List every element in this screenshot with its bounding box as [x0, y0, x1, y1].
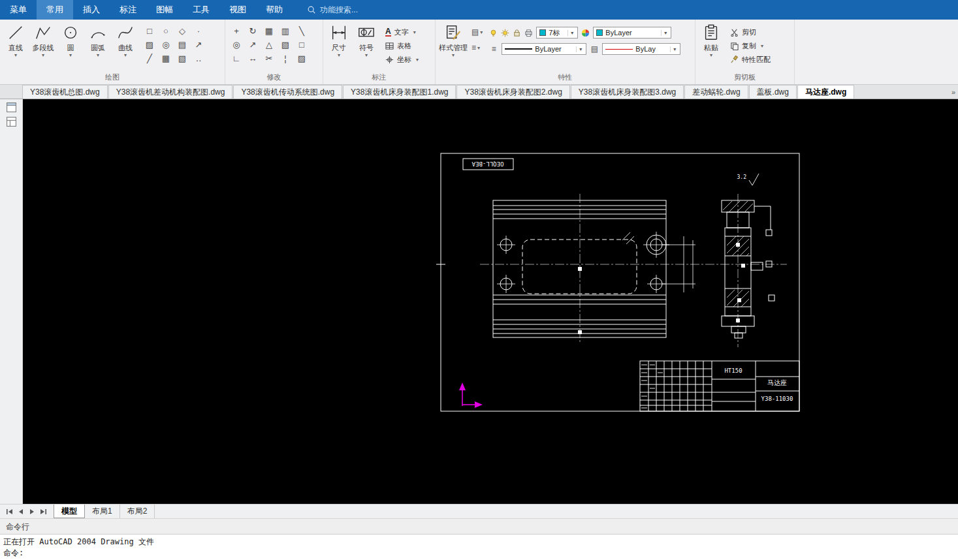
- copy-button[interactable]: 复制 ▾: [730, 41, 771, 51]
- list-view-button[interactable]: ≡ ▾: [471, 43, 483, 52]
- leader-icon[interactable]: ↗: [192, 38, 205, 51]
- spline-tool-button[interactable]: 曲线 ▾: [112, 21, 139, 57]
- erase-icon[interactable]: ╲: [295, 24, 308, 37]
- construction-line-icon[interactable]: ╱: [143, 52, 156, 65]
- lineweight-preview: [605, 49, 633, 50]
- array-icon[interactable]: ▦: [263, 24, 276, 37]
- menu-tab-home[interactable]: 常用: [37, 0, 73, 20]
- gradient-icon[interactable]: ▧: [176, 52, 189, 65]
- fillet-icon[interactable]: ∟: [230, 52, 243, 65]
- hatch-edit-icon[interactable]: ▧: [279, 38, 292, 51]
- dimension-tool-button[interactable]: 尺寸 ▾: [325, 21, 353, 57]
- break-icon[interactable]: ¦: [279, 52, 292, 65]
- match-properties-button[interactable]: 特性匹配: [730, 55, 771, 65]
- cut-icon: [730, 28, 739, 37]
- polyline-tool-button[interactable]: 多段线 ▾: [29, 21, 57, 57]
- layer-on-icon[interactable]: [489, 29, 498, 37]
- join-icon[interactable]: ▨: [295, 52, 308, 65]
- document-tab-bar: Y38滚齿机总图.dwgY38滚齿机差动机构装配图.dwgY38滚齿机传动系统图…: [0, 85, 958, 99]
- cut-button[interactable]: 剪切: [730, 27, 771, 37]
- color-dropdown[interactable]: ByLayer ▾: [593, 27, 671, 39]
- modify-icon-grid: +↻▦▥╲◎↗△▧□∟↔✂¦▨: [230, 24, 310, 65]
- model-space-canvas[interactable]: OEQLL-BEA: [23, 99, 958, 504]
- symbol-tool-button[interactable]: 符号 ▾: [353, 21, 380, 57]
- trim-icon[interactable]: ✂: [263, 52, 276, 65]
- menu-tab-insert[interactable]: 插入: [73, 0, 110, 20]
- mirror-icon[interactable]: △: [263, 38, 276, 51]
- next-layout-icon[interactable]: [27, 508, 37, 516]
- polygon-icon[interactable]: ◇: [176, 24, 189, 37]
- command-line-title[interactable]: 命令行: [0, 518, 958, 534]
- menu-tab-help[interactable]: 帮助: [256, 0, 293, 20]
- ellipse-icon[interactable]: ○: [159, 24, 172, 37]
- doc-tab-differential-assembly[interactable]: Y38滚齿机差动机构装配图.dwg: [108, 85, 233, 99]
- menu-tab-menu[interactable]: 菜单: [0, 0, 37, 20]
- text-tool-button[interactable]: A 文字 ▾: [385, 27, 419, 37]
- layer-lock-icon[interactable]: [513, 29, 521, 37]
- first-layout-icon[interactable]: [5, 508, 14, 516]
- linetype-list-icon[interactable]: ≡: [489, 44, 498, 54]
- stretch-icon[interactable]: ↔: [246, 52, 259, 65]
- menu-tab-sheet[interactable]: 图幅: [146, 0, 183, 20]
- last-layout-icon[interactable]: [39, 508, 48, 516]
- menu-tab-annotate[interactable]: 标注: [110, 0, 146, 20]
- layer-color-swatch: [539, 29, 546, 36]
- multipoint-icon[interactable]: ‥: [192, 52, 205, 65]
- line-tool-button[interactable]: 直线 ▾: [2, 21, 29, 57]
- hatch-icon[interactable]: ▨: [143, 38, 156, 51]
- linetype-preview: [505, 48, 532, 50]
- palette-icon-b[interactable]: [6, 116, 17, 127]
- color-wheel-icon[interactable]: [581, 29, 590, 37]
- doc-tab-cover-plate[interactable]: 盖板.dwg: [749, 85, 797, 99]
- layout-tab-1[interactable]: 布局1: [85, 505, 120, 518]
- doc-tab-bed-assembly-2[interactable]: Y38滚齿机床身装配图2.dwg: [456, 85, 569, 99]
- paste-icon: [702, 23, 720, 42]
- rotate-icon[interactable]: ↻: [246, 24, 259, 37]
- point-icon[interactable]: ∙: [192, 24, 205, 37]
- annotation-scale-button[interactable]: ▤ ▾: [471, 27, 483, 37]
- doc-tab-bed-assembly-3[interactable]: Y38滚齿机床身装配图3.dwg: [571, 85, 684, 99]
- doc-tab-bed-assembly-1[interactable]: Y38滚齿机床身装配图1.dwg: [343, 85, 456, 99]
- lineweight-list-icon[interactable]: ▤: [590, 44, 599, 54]
- move-icon[interactable]: +: [230, 24, 243, 37]
- drawing-viewport[interactable]: OEQLL-BEA: [23, 99, 958, 504]
- layout-bar: 模型布局1布局2: [0, 504, 958, 518]
- doc-tab-y38-general[interactable]: Y38滚齿机总图.dwg: [22, 85, 108, 99]
- menu-tab-view[interactable]: 视图: [219, 0, 256, 20]
- tab-overflow-icon[interactable]: »: [951, 88, 955, 96]
- ribbon-empty-space: [795, 20, 958, 84]
- layer-freeze-icon[interactable]: [501, 29, 509, 37]
- arc-tool-button[interactable]: 圆弧 ▾: [84, 21, 112, 57]
- command-line-area[interactable]: 正在打开 AutoCAD 2004 Drawing 文件命令:: [0, 534, 958, 560]
- offset-icon[interactable]: ◎: [230, 38, 243, 51]
- search-input[interactable]: [320, 5, 385, 14]
- style-manager-button[interactable]: 样式管理 ▾: [438, 21, 469, 57]
- rectangle-icon[interactable]: □: [143, 24, 156, 37]
- table-tool-button[interactable]: 表格: [385, 41, 419, 51]
- copy-object-icon[interactable]: ▥: [279, 24, 292, 37]
- linetype-dropdown[interactable]: ByLayer ▾: [502, 43, 586, 55]
- paste-button[interactable]: 粘贴 ▾: [697, 21, 725, 57]
- layer-dropdown[interactable]: 7标 ▾: [536, 27, 578, 39]
- grid-fill-icon[interactable]: ▦: [159, 52, 172, 65]
- doc-tab-motor-seat[interactable]: 马达座.dwg: [797, 85, 854, 99]
- layout-tab-2[interactable]: 布局2: [120, 505, 155, 518]
- circle-tool-button[interactable]: 圆 ▾: [57, 21, 84, 57]
- doc-tab-transmission-system[interactable]: Y38滚齿机传动系统图.dwg: [233, 85, 342, 99]
- menu-tab-tools[interactable]: 工具: [183, 0, 219, 20]
- lineweight-dropdown[interactable]: ByLay ▾: [602, 43, 680, 55]
- explode-icon[interactable]: □: [295, 38, 308, 51]
- dimension-icon: [330, 23, 348, 42]
- doc-tab-differential-worm-gear[interactable]: 差动蜗轮.dwg: [684, 85, 748, 99]
- function-search[interactable]: [307, 0, 385, 20]
- panel-modify: +↻▦▥╲◎↗△▧□∟↔✂¦▨ 修改: [225, 20, 323, 84]
- coordinate-tool-button[interactable]: 坐标 ▾: [385, 55, 419, 65]
- region-icon[interactable]: ▤: [176, 38, 189, 51]
- previous-layout-icon[interactable]: [16, 508, 25, 516]
- donut-icon[interactable]: ◎: [159, 38, 172, 51]
- layer-plot-icon[interactable]: [524, 29, 533, 37]
- scale-icon[interactable]: ↗: [246, 38, 259, 51]
- palette-icon-a[interactable]: [6, 102, 17, 113]
- layout-tab-model[interactable]: 模型: [54, 505, 85, 518]
- style-manager-icon: [444, 23, 462, 42]
